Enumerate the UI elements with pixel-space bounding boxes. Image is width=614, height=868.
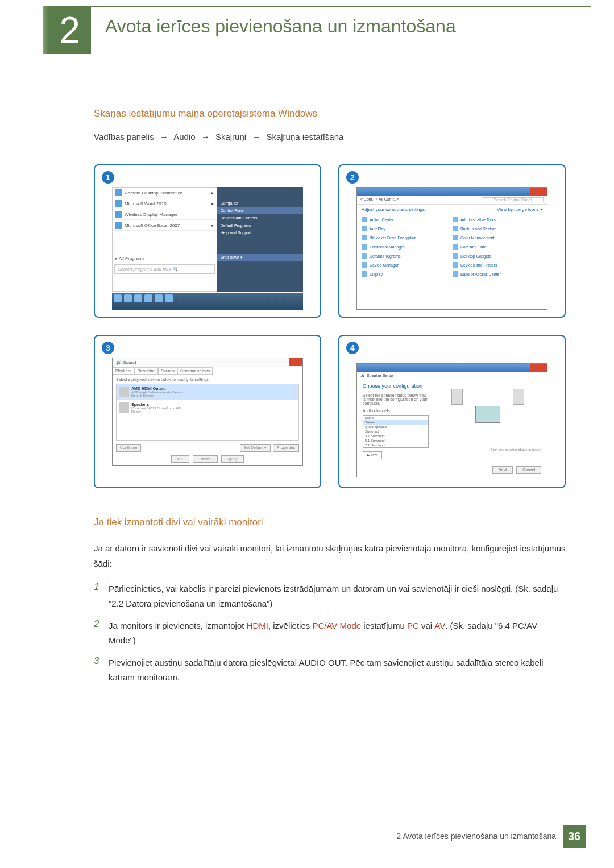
cp-item[interactable]: Backup and Restore xyxy=(453,225,542,232)
start-menu-item[interactable]: Microsoft Word 2010▸ xyxy=(113,198,217,209)
left-speaker-icon[interactable] xyxy=(451,389,463,405)
taskbar-icon[interactable] xyxy=(134,294,142,302)
path-part: Vadības panelis xyxy=(94,132,154,142)
cp-item[interactable]: Display xyxy=(362,270,451,278)
start-menu-right-item[interactable]: Devices and Printers xyxy=(217,214,303,222)
taskbar-icon[interactable] xyxy=(165,294,173,302)
taskbar xyxy=(112,293,303,310)
navigation-path: Vadības panelis → Audio → Skaļruņi → Ska… xyxy=(94,132,566,142)
start-orb-icon[interactable] xyxy=(114,294,122,302)
step-badge: 1 xyxy=(102,171,114,184)
config-heading: Choose your configuration xyxy=(363,383,429,389)
page-footer: 2 Avota ierīces pievienošana un izmantoš… xyxy=(0,825,614,848)
screenshot-panel-3: 3 🔊 Sound Playback Recording Sounds Comm… xyxy=(94,335,321,488)
audio-channels-label: Audio channels: xyxy=(363,409,429,413)
properties-button[interactable]: Properties xyxy=(273,444,299,452)
step-number: 2 xyxy=(94,618,109,647)
path-part: Skaļruņi xyxy=(215,132,246,142)
screenshot-panel-2: 2 « Cont.. » All Contr.. » Search Contro… xyxy=(338,164,566,318)
taskbar-icon[interactable] xyxy=(155,294,163,302)
apply-button[interactable]: Apply xyxy=(221,455,244,463)
tab-communications[interactable]: Communications xyxy=(177,367,213,375)
step-text: Pievienojiet austiņu sadalītāju datora p… xyxy=(109,655,566,684)
taskbar-icon[interactable] xyxy=(124,294,132,302)
config-instruction: Select the speaker setup below that is m… xyxy=(363,393,429,405)
address-bar[interactable]: « Cont.. » All Contr.. » Search Control … xyxy=(357,196,547,205)
tab-playback[interactable]: Playback xyxy=(113,367,134,375)
start-menu-right-item[interactable]: Default Programs xyxy=(217,222,303,229)
all-programs-link[interactable]: ▸ All Programs xyxy=(113,254,217,263)
next-button[interactable]: Next xyxy=(492,466,513,474)
sound-window: 🔊 Sound Playback Recording Sounds Commun… xyxy=(112,358,303,466)
cp-item[interactable]: Device Manager xyxy=(362,261,451,269)
ok-button[interactable]: OK xyxy=(171,455,189,463)
window-titlebar: 🔊 Sound xyxy=(113,358,302,367)
path-part: Audio xyxy=(173,132,195,142)
audio-channels-listbox[interactable]: Mono Stereo Quadraphonic Surround 3.1 Su… xyxy=(363,415,429,448)
close-icon[interactable] xyxy=(530,188,547,196)
main-content: Skaņas iestatījumu maiņa operētājsistēmā… xyxy=(94,108,566,692)
arrow-icon: → xyxy=(252,132,260,142)
cp-item[interactable]: AutoPlay xyxy=(362,225,451,232)
cp-item[interactable]: Default Programs xyxy=(362,252,451,260)
window-subtitle: 🔊 Speaker Setup xyxy=(357,372,547,380)
cp-item[interactable]: Desktop Gadgets xyxy=(453,252,542,260)
speaker-setup-window: 🔊 Speaker Setup Choose your configuratio… xyxy=(356,363,547,477)
shutdown-button[interactable]: Shut down ▾ xyxy=(217,254,303,261)
hdmi-icon xyxy=(119,387,129,397)
screenshot-grid: 1 Remote Desktop Connection▸ Microsoft W… xyxy=(94,164,566,488)
tab-recording[interactable]: Recording xyxy=(134,367,158,375)
cancel-button[interactable]: Cancel xyxy=(516,466,541,474)
section-heading-multimonitor: Ja tiek izmantoti divi vai vairāki monit… xyxy=(94,517,566,528)
start-menu-left: Remote Desktop Connection▸ Microsoft Wor… xyxy=(112,187,217,292)
screenshot-panel-4: 4 🔊 Speaker Setup Choose your configurat… xyxy=(338,335,566,488)
start-menu-right-item[interactable]: Computer xyxy=(217,200,303,207)
arrow-icon: → xyxy=(160,132,168,142)
intro-paragraph: Ja ar datoru ir savienoti divi vai vairā… xyxy=(94,541,566,571)
device-item[interactable]: SpeakersConexant 20671 SmartAudio HDRead… xyxy=(117,400,298,416)
start-menu-right-item[interactable]: Help and Support xyxy=(217,229,303,236)
control-panel-window: « Cont.. » All Contr.. » Search Control … xyxy=(356,187,547,310)
cancel-button[interactable]: Cancel xyxy=(193,455,218,463)
taskbar-icon[interactable] xyxy=(144,294,152,302)
window-titlebar xyxy=(357,188,547,196)
window-titlebar xyxy=(357,364,547,372)
close-icon[interactable] xyxy=(530,364,547,372)
cp-item[interactable]: Credential Manager xyxy=(362,243,451,251)
cp-item[interactable]: Date and Time xyxy=(453,243,542,251)
cp-item[interactable]: BitLocker Drive Encryption xyxy=(362,234,451,242)
cp-item[interactable]: Action Center xyxy=(362,215,451,223)
cp-subtitle: Adjust your computer's settings xyxy=(362,207,425,212)
right-speaker-icon[interactable] xyxy=(513,389,524,405)
chapter-number-badge: 2 xyxy=(48,6,91,54)
path-part: Skaļruņa iestatīšana xyxy=(266,132,343,142)
speaker-icon xyxy=(119,402,129,413)
start-menu-right: Computer Control Panel Devices and Print… xyxy=(217,187,303,292)
list-item: 2 Ja monitors ir pievienots, izmantojot … xyxy=(94,618,566,647)
device-item[interactable]: AMD HDMI OutputAMD High Definition Audio… xyxy=(117,384,298,400)
cp-item[interactable]: Ease of Access Center xyxy=(453,270,542,278)
start-menu-right-item[interactable]: Control Panel xyxy=(217,207,303,214)
test-button[interactable]: ▶ Test xyxy=(363,451,382,459)
start-menu-item[interactable]: Wireless Display Manager xyxy=(113,209,217,220)
configure-button[interactable]: Configure xyxy=(116,444,141,452)
view-by-dropdown[interactable]: View by: Large icons ▾ xyxy=(497,207,542,212)
speaker-diagram: Click any speaker above to test it. xyxy=(434,383,541,451)
cp-item[interactable]: Administrative Tools xyxy=(453,215,542,223)
step-badge: 2 xyxy=(346,171,359,184)
set-default-button[interactable]: Set Default ▾ xyxy=(240,444,271,452)
start-menu-item[interactable]: Microsoft Office Excel 2007▸ xyxy=(113,220,217,231)
cp-item[interactable]: Devices and Printers xyxy=(453,261,542,269)
cp-item[interactable]: Color Management xyxy=(453,234,542,242)
step-text: Ja monitors ir pievienots, izmantojot HD… xyxy=(109,618,566,647)
list-item: 3 Pievienojiet austiņu sadalītāju datora… xyxy=(94,655,566,684)
search-input[interactable]: Search programs and files 🔍 xyxy=(114,264,215,274)
footer-text: 2 Avota ierīces pievienošana un izmantoš… xyxy=(396,832,556,841)
tabs: Playback Recording Sounds Communications xyxy=(113,367,302,375)
tab-sounds[interactable]: Sounds xyxy=(158,367,177,375)
page-number: 36 xyxy=(563,825,586,848)
playback-device-list: AMD HDMI OutputAMD High Definition Audio… xyxy=(116,384,299,441)
close-icon[interactable] xyxy=(289,358,302,366)
monitor-icon xyxy=(475,406,500,423)
start-menu-item[interactable]: Remote Desktop Connection▸ xyxy=(113,188,217,198)
